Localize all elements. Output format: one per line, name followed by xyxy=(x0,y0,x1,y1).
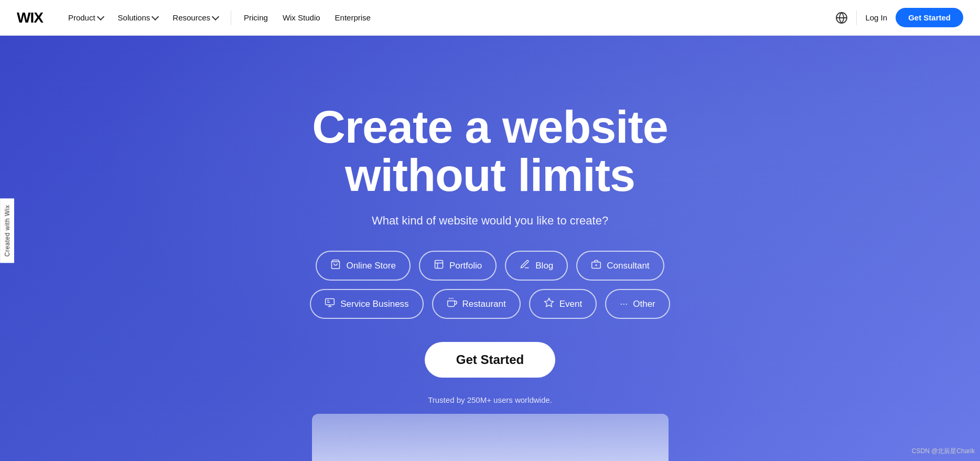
hero-content: Create a website without limits What kin… xyxy=(310,103,670,405)
type-btn-service-business[interactable]: Service Business xyxy=(310,289,423,319)
type-btn-consultant[interactable]: Consultant xyxy=(576,251,664,281)
consultant-icon xyxy=(591,259,601,272)
nav-item-resources[interactable]: Resources xyxy=(166,9,224,26)
nav-separator xyxy=(231,10,231,25)
svg-marker-10 xyxy=(544,298,553,307)
chevron-down-icon xyxy=(97,13,104,20)
hero-subtitle: What kind of website would you like to c… xyxy=(310,214,670,228)
online-store-icon xyxy=(330,259,341,272)
wix-logo[interactable]: WIX xyxy=(17,9,43,26)
nav-item-enterprise[interactable]: Enterprise xyxy=(329,9,377,26)
nav-item-product[interactable]: Product xyxy=(62,9,110,26)
other-icon: ··· xyxy=(620,298,628,309)
event-icon xyxy=(544,297,554,310)
nav-item-solutions[interactable]: Solutions xyxy=(112,9,165,26)
globe-icon[interactable] xyxy=(835,12,848,24)
trusted-text: Trusted by 250M+ users worldwide. xyxy=(428,395,552,404)
website-type-row-1: Online Store Portfolio xyxy=(316,251,664,281)
type-btn-event[interactable]: Event xyxy=(529,289,597,319)
svg-rect-2 xyxy=(435,261,443,269)
nav-item-wix-studio[interactable]: Wix Studio xyxy=(276,9,327,26)
svg-rect-6 xyxy=(326,299,335,305)
type-btn-online-store[interactable]: Online Store xyxy=(316,251,411,281)
csdn-badge: CSDN @北辰星Charik xyxy=(912,447,975,456)
hero-title: Create a website without limits xyxy=(310,103,670,200)
nav-get-started-button[interactable]: Get Started xyxy=(896,8,963,27)
nav-links: Product Solutions Resources Pricing Wix … xyxy=(62,9,836,26)
login-link[interactable]: Log In xyxy=(865,13,887,22)
chevron-down-icon xyxy=(152,13,159,20)
type-btn-restaurant[interactable]: Restaurant xyxy=(432,289,521,319)
chevron-down-icon xyxy=(212,13,219,20)
type-btn-other[interactable]: ··· Other xyxy=(605,289,670,319)
created-with-wix-badge: Created with Wix xyxy=(0,198,14,263)
blog-icon xyxy=(520,259,530,272)
portfolio-icon xyxy=(434,259,444,272)
restaurant-icon xyxy=(447,297,457,310)
type-btn-portfolio[interactable]: Portfolio xyxy=(419,251,497,281)
nav-divider-right xyxy=(856,10,857,25)
nav-item-pricing[interactable]: Pricing xyxy=(238,9,274,26)
navbar: WIX Product Solutions Resources Pricing … xyxy=(0,0,980,36)
nav-right: Log In Get Started xyxy=(835,8,963,27)
service-business-icon xyxy=(325,297,335,310)
type-btn-blog[interactable]: Blog xyxy=(505,251,568,281)
preview-strip xyxy=(312,414,669,461)
website-type-grid: Online Store Portfolio xyxy=(310,251,670,319)
website-type-row-2: Service Business Restaurant xyxy=(310,289,670,319)
hero-get-started-button[interactable]: Get Started xyxy=(425,342,555,378)
hero-section: Create a website without limits What kin… xyxy=(0,36,980,461)
